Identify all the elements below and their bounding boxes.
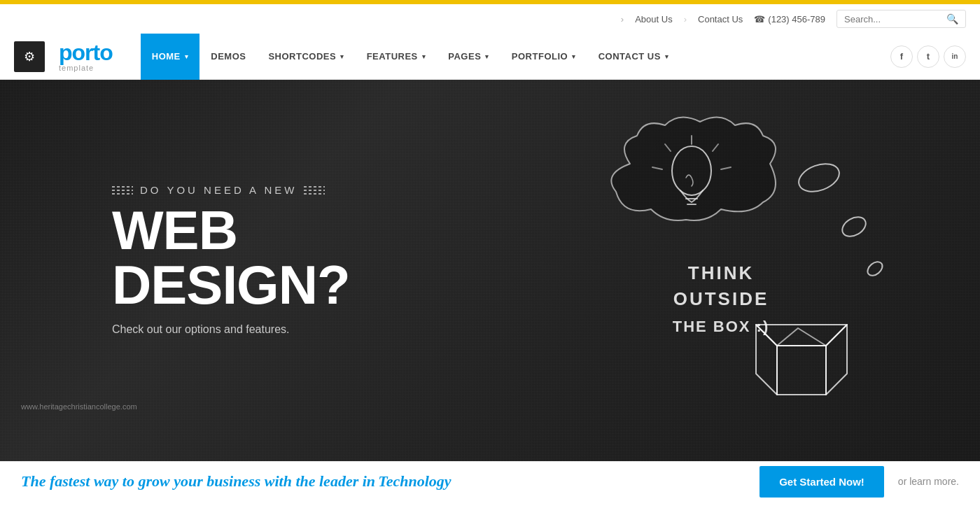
hero-eyebrow: DO YOU NEED A NEW xyxy=(112,184,476,196)
phone-number: (123) 456-789 xyxy=(768,14,825,24)
features-caret: ▾ xyxy=(422,53,426,60)
eyebrow-line-1 xyxy=(112,186,133,188)
linkedin-icon: in xyxy=(952,52,958,60)
twitter-icon: t xyxy=(927,51,930,62)
eyebrow-line-2 xyxy=(112,190,133,191)
header: ⚙ porto template HOME ▾ DEMOS SHORTCODES… xyxy=(0,34,980,80)
bottom-strip: The fastest way to grow your business wi… xyxy=(0,461,980,501)
svg-point-9 xyxy=(839,213,869,241)
nav-contact[interactable]: CONTACT US ▾ xyxy=(587,34,680,80)
bottom-text-before: The fastest way to grow your business wi… xyxy=(21,472,375,490)
separator-1: › xyxy=(684,14,687,24)
chalk-illustration: THINK OUTSIDE THE BOX :) xyxy=(518,108,924,437)
svg-text:THINK: THINK xyxy=(688,262,754,283)
hero-section: THINK OUTSIDE THE BOX :) DO YOU NEED A N… xyxy=(0,80,980,461)
pages-caret: ▾ xyxy=(485,53,489,60)
phone-icon: ☎ xyxy=(754,14,765,24)
search-input[interactable] xyxy=(844,14,942,24)
nav-demos[interactable]: DEMOS xyxy=(200,34,257,80)
gear-icon: ⚙ xyxy=(24,49,35,64)
svg-text:THE BOX :): THE BOX :) xyxy=(673,318,770,335)
hero-subtext: Check out our options and features. xyxy=(112,323,476,336)
about-us-link[interactable]: About Us xyxy=(635,14,672,24)
eyebrow-line-4 xyxy=(304,186,325,188)
facebook-icon: f xyxy=(900,51,903,62)
website-url: www.heritagechristiancollege.com xyxy=(21,402,137,411)
svg-point-8 xyxy=(795,159,844,197)
contact-caret: ▾ xyxy=(665,53,669,60)
about-chevron: › xyxy=(621,14,624,24)
bottom-text: The fastest way to grow your business wi… xyxy=(21,472,746,491)
eyebrow-line-3 xyxy=(112,193,133,195)
get-started-button[interactable]: Get Started Now! xyxy=(760,466,884,498)
technology-highlight: Technology xyxy=(378,472,451,490)
svg-text:OUTSIDE: OUTSIDE xyxy=(673,288,769,309)
search-button[interactable]: 🔍 xyxy=(946,13,958,24)
portfolio-caret: ▾ xyxy=(572,53,576,60)
nav-home[interactable]: HOME ▾ xyxy=(141,34,200,80)
logo-text: porto xyxy=(59,41,113,64)
shortcodes-caret: ▾ xyxy=(340,53,344,60)
main-nav: HOME ▾ DEMOS SHORTCODES ▾ FEATURES ▾ PAG… xyxy=(141,34,883,80)
logo[interactable]: porto template xyxy=(59,41,113,72)
gear-button[interactable]: ⚙ xyxy=(14,41,45,72)
eyebrow-decoration-right xyxy=(304,186,325,195)
logo-sub: template xyxy=(59,64,94,72)
hero-headline: WEB DESIGN? xyxy=(112,203,476,312)
search-box[interactable]: 🔍 xyxy=(836,10,966,28)
eyebrow-decoration-left xyxy=(112,186,133,195)
top-bar: › About Us › Contact Us ☎ (123) 456-789 … xyxy=(0,2,980,34)
linkedin-button[interactable]: in xyxy=(944,45,966,68)
or-learn-more: or learn more. xyxy=(898,476,959,487)
hero-drawing: THINK OUTSIDE THE BOX :) xyxy=(518,108,924,437)
phone-info: ☎ (123) 456-789 xyxy=(754,14,825,24)
nav-portfolio[interactable]: PORTFOLIO ▾ xyxy=(500,34,587,80)
contact-us-link[interactable]: Contact Us xyxy=(698,14,743,24)
nav-shortcodes[interactable]: SHORTCODES ▾ xyxy=(257,34,355,80)
hero-eyebrow-text: DO YOU NEED A NEW xyxy=(140,184,297,196)
home-caret: ▾ xyxy=(185,53,189,60)
twitter-button[interactable]: t xyxy=(917,45,939,68)
hero-content: DO YOU NEED A NEW WEB DESIGN? Check out … xyxy=(0,184,476,357)
facebook-button[interactable]: f xyxy=(890,45,913,68)
nav-pages[interactable]: PAGES ▾ xyxy=(437,34,500,80)
social-icons: f t in xyxy=(890,45,966,68)
svg-point-10 xyxy=(865,259,886,278)
nav-features[interactable]: FEATURES ▾ xyxy=(356,34,438,80)
eyebrow-line-6 xyxy=(304,193,325,195)
eyebrow-line-5 xyxy=(304,190,325,191)
